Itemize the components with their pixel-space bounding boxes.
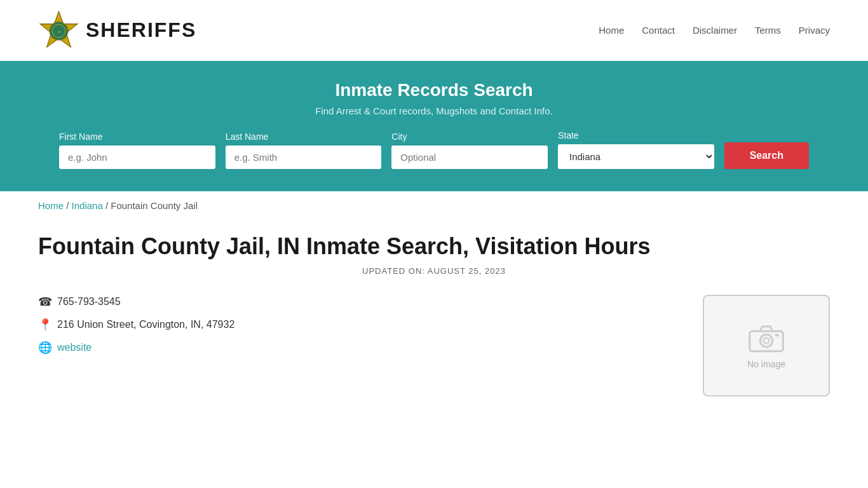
logo-area: ★ SHERIFFS	[38, 10, 196, 51]
last-name-group: Last Name	[226, 132, 382, 169]
search-banner-subtitle: Find Arrest & Court records, Mugshots an…	[38, 105, 830, 116]
state-group: State Alabama Alaska Arizona Arkansas Ca…	[558, 130, 714, 169]
breadcrumb: Home / Indiana / Fountain County Jail	[0, 191, 868, 220]
nav-contact[interactable]: Contact	[642, 25, 675, 36]
nav-terms[interactable]: Terms	[755, 25, 781, 36]
city-group: City	[391, 132, 548, 169]
last-name-input[interactable]	[226, 146, 382, 169]
search-banner-title: Inmate Records Search	[38, 80, 830, 100]
main-content: Fountain County Jail, IN Inmate Search, …	[0, 220, 868, 435]
svg-point-6	[764, 338, 770, 344]
updated-date: UPDATED ON: AUGUST 25, 2023	[38, 266, 830, 276]
sheriff-star-icon: ★	[38, 10, 79, 51]
search-banner: Inmate Records Search Find Arrest & Cour…	[0, 61, 868, 191]
no-image-box: No image	[703, 295, 830, 396]
nav-privacy[interactable]: Privacy	[799, 25, 830, 36]
site-header: ★ SHERIFFS Home Contact Disclaimer Terms…	[0, 0, 868, 61]
breadcrumb-separator-1: /	[66, 200, 71, 211]
main-nav: Home Contact Disclaimer Terms Privacy	[599, 25, 830, 36]
breadcrumb-home[interactable]: Home	[38, 200, 64, 211]
nav-links: Home Contact Disclaimer Terms Privacy	[599, 25, 830, 36]
svg-point-5	[760, 335, 773, 348]
breadcrumb-state[interactable]: Indiana	[72, 200, 103, 211]
city-label: City	[391, 132, 548, 142]
search-form: First Name Last Name City State Alabama …	[59, 130, 809, 169]
nav-disclaimer[interactable]: Disclaimer	[693, 25, 737, 36]
breadcrumb-current: Fountain County Jail	[111, 200, 198, 211]
phone-icon: ☎	[38, 295, 51, 309]
page-title: Fountain County Jail, IN Inmate Search, …	[38, 233, 830, 260]
info-section: ☎ 765-793-3545 📍 216 Union Street, Covin…	[38, 295, 830, 396]
address-item: 📍 216 Union Street, Covington, IN, 47932	[38, 318, 677, 332]
globe-icon: 🌐	[38, 341, 51, 355]
first-name-group: First Name	[59, 132, 215, 169]
location-icon: 📍	[38, 318, 51, 332]
nav-home[interactable]: Home	[599, 25, 624, 36]
camera-icon	[747, 322, 785, 354]
breadcrumb-separator-2: /	[105, 200, 111, 211]
info-details: ☎ 765-793-3545 📍 216 Union Street, Covin…	[38, 295, 677, 363]
no-image-text: No image	[747, 359, 785, 369]
first-name-label: First Name	[59, 132, 215, 142]
address-text: 216 Union Street, Covington, IN, 47932	[57, 319, 234, 330]
state-select[interactable]: Alabama Alaska Arizona Arkansas Californ…	[558, 144, 714, 169]
logo-text: SHERIFFS	[86, 18, 196, 42]
phone-number: 765-793-3545	[57, 296, 121, 308]
first-name-input[interactable]	[59, 146, 215, 169]
svg-rect-7	[775, 334, 779, 337]
state-label: State	[558, 130, 714, 140]
search-button[interactable]: Search	[724, 142, 809, 169]
website-link[interactable]: website	[57, 342, 92, 353]
last-name-label: Last Name	[226, 132, 382, 142]
website-item: 🌐 website	[38, 341, 677, 355]
phone-item: ☎ 765-793-3545	[38, 295, 677, 309]
city-input[interactable]	[391, 146, 548, 169]
